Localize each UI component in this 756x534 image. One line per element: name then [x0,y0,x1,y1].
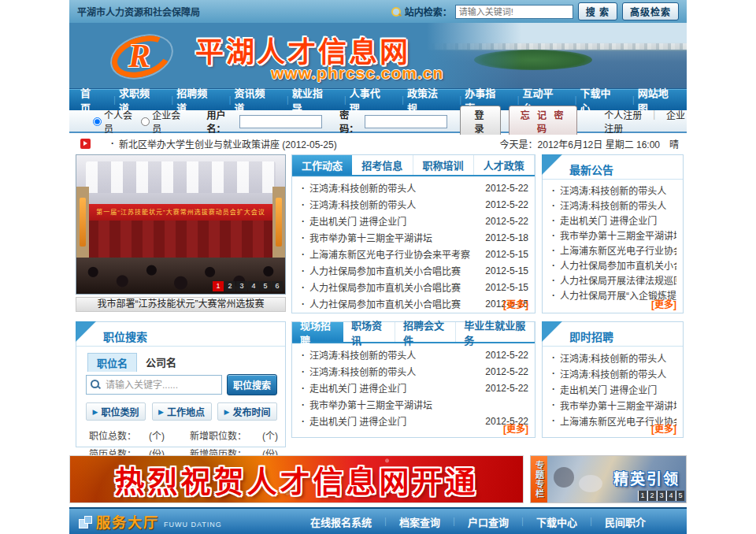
photo-curtain [76,221,285,261]
cubes-icon [79,516,90,527]
pager-4[interactable]: 4 [248,281,259,291]
tab-onsite-recruit[interactable]: 现场招聘 [292,322,343,342]
tab-position-name[interactable]: 职位名 [87,353,137,372]
pager-3[interactable]: 3 [236,281,247,291]
svc-link-private-agency[interactable]: 民间职介 [605,514,646,529]
photo-carousel[interactable]: 第一届“江苏技能状元”大赛常州选拔赛动员会扩大会议 1 2 3 4 5 6 [76,154,286,295]
instant-item[interactable]: 我市举办第十三期金平湖讲坛 [549,397,676,413]
tab-title-training[interactable]: 职称培训 [413,155,474,175]
page: 平湖市人力资源和社会保障局 站内检索： 搜 索 高级检索 R 平湖人才信息网 w… [0,0,756,534]
celebration-banner[interactable]: 热烈祝贺人才信息网开通 [69,455,524,503]
filter-location-button[interactable]: ▶工作地点 [152,402,212,421]
more-link[interactable]: [更多] [503,297,528,310]
pager-2[interactable]: 2 [224,281,235,291]
announcements-panel: 最新公告 汪鸿涛:科技创新的带头人 汪鸿涛:科技创新的带头人 走出机关门 进得企… [542,154,684,313]
filter-date-button[interactable]: ▶发布时间 [217,402,277,421]
news-item[interactable]: 走出机关门 进得企业门2012-5-22 [298,380,528,396]
tab-work-news[interactable]: 工作动态 [292,155,352,175]
svc-link-hukou-query[interactable]: 户口查询 [468,514,536,529]
svc-link-archive-query[interactable]: 档案查询 [399,514,468,529]
special-column-label[interactable]: 专题专栏 [531,456,547,502]
password-field[interactable] [365,115,447,128]
pager-5[interactable]: 5 [260,281,271,291]
username-field[interactable] [239,115,322,128]
more-link[interactable]: [更多] [503,421,528,435]
instant-recruit-panel: 即时招聘 汪鸿涛:科技创新的带头人 汪鸿涛:科技创新的带头人 走出机关门 进得企… [542,321,684,438]
tab-company-name[interactable]: 公司名 [137,353,185,372]
tab-graduate-service[interactable]: 毕业生就业服务 [456,322,535,342]
pager-2[interactable]: 2 [647,491,656,501]
news-item[interactable]: 走出机关门 进得企业门2012-5-22 [298,413,528,429]
login-button[interactable]: 登 录 [460,106,501,137]
news-item[interactable]: 我市举办第十三期金平湖讲坛 [298,396,528,413]
photo-ceiling [76,155,285,204]
more-link[interactable]: [更多] [651,421,676,435]
top-bar: 平湖市人力资源和社会保障局 站内检索： 搜 索 高级检索 [69,0,687,23]
instant-item[interactable]: 走出机关门 进得企业门 [549,381,676,397]
svc-link-download-center[interactable]: 下载中心 [536,514,605,529]
search-button[interactable]: 搜 索 [578,2,617,20]
tab-talent-policy[interactable]: 人才政策 [474,155,535,175]
keyword-input[interactable] [86,375,222,395]
triangle-icon: ▶ [93,408,98,416]
service-hall-title: 服务大厅 [96,511,159,532]
pager-4[interactable]: 4 [666,491,675,501]
username-label: 用户名： [207,108,239,135]
news-item[interactable]: 上海浦东新区光电子行业协会来平考察2012-5-15 [298,246,528,262]
ticker-news-link[interactable]: 新北区举办大学生创业与就业政策讲座 (2012-05-25) [119,137,337,150]
instant-item[interactable]: 汪鸿涛:科技创新的带头人 [549,365,676,381]
announce-item[interactable]: 人力社保局开展法律法规巡回培训 [549,273,676,287]
personal-register-link[interactable]: 个人注册 [604,110,642,121]
pager-6[interactable]: 6 [272,281,283,291]
news-item[interactable]: 汪鸿涛:科技创新的带头人2012-5-22 [298,196,528,213]
news-item[interactable]: 人力社保局参加市直机关小合唱比赛2012-5-15 [298,279,528,295]
news-item[interactable]: 汪鸿涛:科技创新的带头人2012-5-22 [298,363,528,380]
celebration-banner-text: 热烈祝贺人才信息网开通 [70,456,523,502]
site-logo-icon[interactable]: R [105,29,191,83]
header-photo [427,23,687,88]
tab-exam-info[interactable]: 招考信息 [352,155,413,175]
tab-career-info[interactable]: 职场资讯 [343,322,395,342]
news-item[interactable]: 人力社保局参加市直机关小合唱比赛2012-5-15 [298,295,528,312]
filter-category-button[interactable]: ▶职位类别 [86,402,146,421]
announce-item[interactable]: 我市举办第十三期金平湖讲坛 [549,228,676,243]
site-search-input[interactable] [455,5,573,19]
tab-jobfair-files[interactable]: 招聘会文件 [395,322,456,342]
photo-caption[interactable]: 我市部署“江苏技能状元”大赛常州选拔赛 [76,297,286,312]
news-ticker: · 新北区举办大学生创业与就业政策讲座 (2012-05-25) 今天是：201… [69,135,687,152]
elite-banner-photo: 精英引领 1 2 3 4 5 [547,456,686,502]
member-type-company[interactable]: 企业会员 [141,108,181,135]
keyword-search-icon [91,380,100,389]
special-column-banner[interactable]: 专题专栏 精英引领 1 2 3 4 5 [530,455,687,503]
advanced-search-button[interactable]: 高级检索 [622,2,679,20]
service-hall-bar: 服务大厅 FUWU DATING 在线报名系统 档案查询 户口查询 下载中心 民… [69,507,687,534]
announce-item[interactable]: 汪鸿涛:科技创新的带头人 [549,183,676,198]
instant-item[interactable]: 汪鸿涛:科技创新的带头人 [549,350,676,365]
announce-item[interactable]: 上海浦东新区光电子行业协会来平考 [549,243,676,258]
triangle-icon: ▶ [224,408,230,416]
member-type-personal[interactable]: 个人会员 [93,108,133,135]
announce-item[interactable]: 走出机关门 进得企业门 [549,213,676,228]
pager-1[interactable]: 1 [213,281,224,291]
date-weather: 今天是：2012年6月12日 星期二 16:00 晴 [500,137,679,150]
announce-item[interactable]: 人力社保局参加市直机关小合唱比赛 [549,258,676,273]
news-item[interactable]: 汪鸿涛:科技创新的带头人2012-5-22 [298,347,528,363]
svc-link-online-signup[interactable]: 在线报名系统 [310,514,399,529]
pager-1[interactable]: 1 [638,491,647,501]
password-label: 密码： [339,108,363,135]
forgot-password-button[interactable]: 忘 记 密 码 [509,106,577,137]
news-item[interactable]: 走出机关门 进得企业门2012-5-22 [298,213,528,229]
personal-radio[interactable] [93,117,102,126]
job-search-button[interactable]: 职位搜索 [227,374,277,395]
more-link[interactable]: [更多] [651,297,676,310]
photo-banner-text: 第一届“江苏技能状元”大赛常州选拔赛动员会扩大会议 [80,204,281,221]
news-item[interactable]: 我市举办第十三期金平湖讲坛2012-5-18 [298,229,528,246]
news-item[interactable]: 人力社保局参加市直机关小合唱比赛2012-5-15 [298,262,528,279]
job-search-title: 职位搜索 [103,328,147,344]
announce-item[interactable]: 汪鸿涛:科技创新的带头人 [549,198,676,213]
company-radio[interactable] [141,117,150,126]
pager-3[interactable]: 3 [657,491,665,501]
corner-decoration [542,154,562,175]
pager-5[interactable]: 5 [676,491,684,501]
news-item[interactable]: 汪鸿涛:科技创新的带头人2012-5-22 [298,180,528,196]
